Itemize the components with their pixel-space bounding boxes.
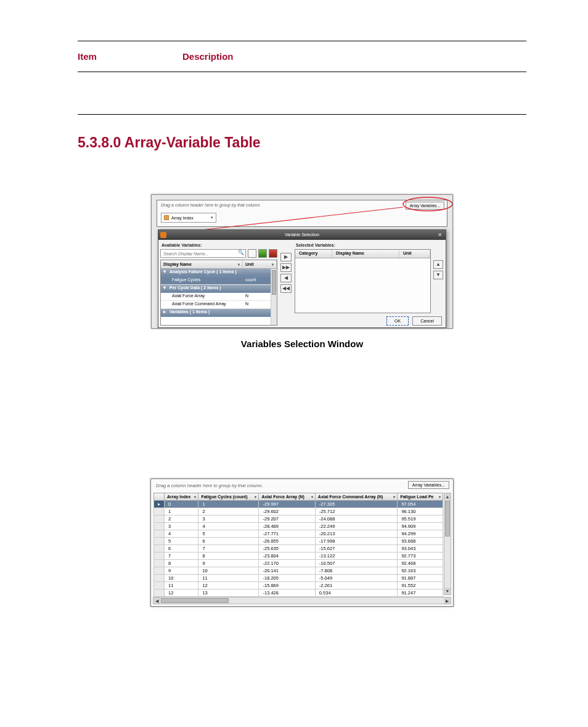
grid-cell[interactable]: 10 [198,567,259,575]
grid-cell[interactable]: 6 [165,545,198,552]
grid-cell[interactable]: -24.088 [315,515,398,523]
tree-group[interactable]: Per Cycle Data ( 2 items ) [161,285,277,293]
grid-cell[interactable]: 5 [165,538,198,545]
grid-cell[interactable]: 1 [165,508,198,515]
tree-header-name[interactable]: Display Name▾ [161,260,243,268]
selected-col-unit[interactable]: Unit [399,250,430,258]
grid-cell[interactable]: 12 [198,582,259,589]
table-row[interactable]: 1112-15.869-2.26191.552 [154,582,443,589]
filter-icon[interactable]: ▾ [238,262,240,266]
grid-cell[interactable]: -29.602 [259,508,315,515]
grid-cell[interactable]: -22.170 [259,560,315,567]
grid-cell[interactable]: 7 [198,545,259,552]
grid-cell[interactable]: -29.207 [259,515,315,523]
grid-cell[interactable]: -17.998 [315,538,398,545]
grid-cell[interactable]: -25.635 [259,545,315,552]
table-row[interactable]: 56-26.855-17.99893.688 [154,538,443,545]
grid-cell[interactable]: 2 [165,515,198,523]
search-input[interactable] [160,249,246,258]
grid-cell[interactable]: 95.519 [398,515,443,523]
grid-cell[interactable]: 91.247 [398,589,443,597]
grid-cell[interactable]: 11 [165,582,198,589]
grid-cell[interactable]: -20.213 [315,530,398,538]
remove-all-button[interactable]: ◀◀ [280,284,292,293]
tree-row[interactable]: Axial Force Command ArrayN [161,301,277,309]
move-up-button[interactable]: ▲ [433,260,443,269]
scroll-down-icon[interactable]: ▼ [444,588,451,594]
grid-cell[interactable]: 9 [198,560,259,567]
selected-col-category[interactable]: Category [295,250,332,258]
grid-cell[interactable]: -5.049 [315,575,398,582]
horizontal-scrollbar[interactable]: ◀ ▶ [153,597,451,604]
grid-cell[interactable]: 4 [165,530,198,538]
grid-cell[interactable]: -7.808 [315,567,398,575]
available-tree[interactable]: Display Name▾ Unit▾ Analysis Failure Cyc… [160,260,277,326]
array-variables-button[interactable]: Array Variables... [406,202,444,210]
table-row[interactable]: 23-29.207-24.08895.519 [154,515,443,523]
grid-cell[interactable]: 3 [198,515,259,523]
grid-cell[interactable]: 94.299 [398,530,443,538]
grid-cell[interactable]: -10.507 [315,560,398,567]
add-button[interactable]: ▶ [280,253,292,261]
remove-button[interactable]: ◀ [280,274,292,282]
table-row[interactable]: 12-29.602-25.71296.130 [154,508,443,515]
grid-cell[interactable]: 93.043 [398,545,443,552]
scroll-left-icon[interactable]: ◀ [153,598,160,604]
grid-cell[interactable]: 93.688 [398,538,443,545]
table-row[interactable]: 89-22.170-10.50792.468 [154,560,443,567]
grid-cell[interactable]: 1 [198,501,259,508]
grid-cell[interactable]: 91.887 [398,575,443,582]
filter-icon[interactable]: ▾ [272,262,274,266]
grid-cell[interactable]: 96.130 [398,508,443,515]
grid-column-header[interactable]: Fatigue Load Pe▾ [398,493,443,501]
grid-cell[interactable]: -25.712 [315,508,398,515]
selected-grid[interactable]: Category Display Name Unit [295,249,431,313]
scrollbar-thumb[interactable] [445,501,450,536]
grid-cell[interactable]: 10 [165,575,198,582]
grid-cell[interactable]: 5 [198,530,259,538]
grid-cell[interactable]: 91.552 [398,582,443,589]
grid-cell[interactable]: 4 [198,523,259,530]
tree-group[interactable]: Variables ( 1 items ) [161,309,277,317]
grid-cell[interactable]: 8 [198,552,259,560]
table-row[interactable]: 1011-18.205-5.04991.887 [154,575,443,582]
grid-cell[interactable]: 92.468 [398,560,443,567]
tree-header-unit[interactable]: Unit▾ [243,260,277,268]
vertical-scrollbar[interactable]: ▲ ▼ [444,493,451,595]
selected-col-display[interactable]: Display Name [332,250,399,258]
tree-scrollbar[interactable] [271,269,277,325]
grid-cell[interactable]: 97.054 [398,501,443,508]
grid-cell[interactable]: -2.261 [315,582,398,589]
grid-cell[interactable]: 7 [165,552,198,560]
grid-cell[interactable]: -18.205 [259,575,315,582]
clear-search-button[interactable] [248,249,256,258]
grid-cell[interactable]: -13.122 [315,552,398,560]
cancel-button[interactable]: Cancel [412,316,442,326]
collapse-all-button[interactable] [269,249,277,258]
table-row[interactable]: 78-23.804-13.12292.773 [154,552,443,560]
grid-cell[interactable]: 3 [165,523,198,530]
tree-row[interactable]: Fatigue Cyclescount [161,277,277,285]
grid-cell[interactable]: -27.305 [315,501,398,508]
grid-cell[interactable]: 9 [165,567,198,575]
grid-cell[interactable]: -29.997 [259,501,315,508]
grid-cell[interactable]: -15.869 [259,582,315,589]
grid-cell[interactable]: 0.534 [315,589,398,597]
scroll-up-icon[interactable]: ▲ [444,493,451,500]
filter-icon[interactable]: ▾ [439,495,441,499]
grid-column-header[interactable]: Axial Force Command Array (N)▾ [315,493,398,501]
grid-cell[interactable]: 11 [198,575,259,582]
tree-group[interactable]: Analysis Failure Cycle ( 1 items ) [161,269,277,277]
grid-column-header[interactable]: Axial Force Array (N)▾ [259,493,315,501]
tree-row[interactable]: Axial Force ArrayN [161,293,277,301]
filter-icon[interactable]: ▾ [311,495,313,499]
grid-cell[interactable]: -15.627 [315,545,398,552]
grid-cell[interactable]: 94.909 [398,523,443,530]
filter-icon[interactable]: ▾ [255,495,256,499]
table-row[interactable]: 910-20.141-7.80892.163 [154,567,443,575]
grid-cell[interactable]: -22.249 [315,523,398,530]
add-all-button[interactable]: ▶▶ [280,263,292,272]
grid-cell[interactable]: -28.489 [259,523,315,530]
grid-cell[interactable]: 12 [165,589,198,597]
ok-button[interactable]: OK [386,316,409,326]
